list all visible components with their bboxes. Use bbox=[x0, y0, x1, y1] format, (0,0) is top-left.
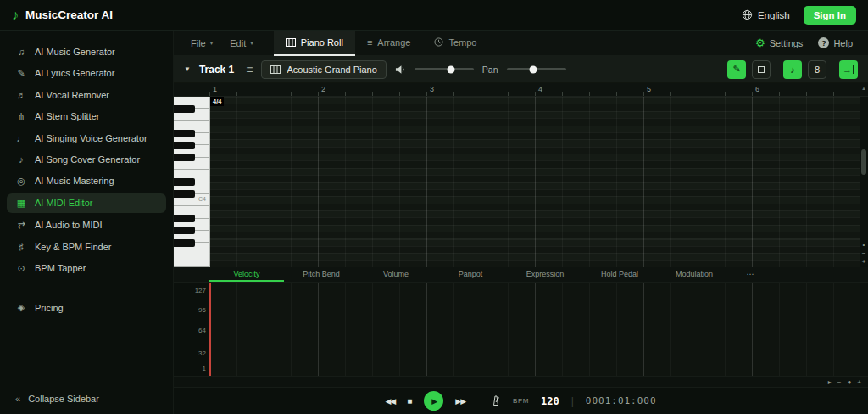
rewind-button[interactable]: ◀◀ bbox=[385, 397, 395, 406]
tab-pitch-bend[interactable]: Pitch Bend bbox=[284, 267, 359, 282]
pan-slider[interactable] bbox=[507, 68, 566, 70]
sidebar-item-ai-audio-to-midi[interactable]: ⇄ AI Audio to MIDI bbox=[7, 215, 166, 235]
bar-ruler[interactable]: 1 2 3 4 5 6 bbox=[209, 83, 860, 96]
piano-key-black[interactable] bbox=[174, 142, 195, 149]
bpm-value[interactable]: 120 bbox=[541, 395, 559, 407]
tab-piano-roll[interactable]: Piano Roll bbox=[274, 31, 355, 56]
editor-menubar: File ▾ Edit ▾ Piano Roll bbox=[174, 31, 868, 56]
track-list-icon[interactable]: ≡ bbox=[246, 63, 253, 76]
instrument-selector[interactable]: Acoustic Grand Piano bbox=[261, 60, 386, 79]
zoom-in-button[interactable]: + bbox=[862, 258, 866, 266]
forward-button[interactable]: ▶▶ bbox=[455, 397, 465, 406]
file-menu-label: File bbox=[191, 38, 206, 48]
zoom-dot-icon[interactable]: • bbox=[863, 241, 865, 249]
piano-key-black[interactable] bbox=[174, 239, 195, 247]
edit-menu[interactable]: Edit ▾ bbox=[221, 35, 261, 52]
sidebar-item-ai-music-generator[interactable]: ♫ AI Music Generator bbox=[7, 42, 166, 61]
sidebar-item-ai-vocal-remover[interactable]: ♬ AI Vocal Remover bbox=[7, 86, 166, 104]
vertical-zoom-controls: • − + bbox=[860, 241, 868, 266]
sidebar-item-bpm-tapper[interactable]: ⊙ BPM Tapper bbox=[7, 259, 166, 278]
sidebar-item-ai-singing-voice-generator[interactable]: ♩ AI Singing Voice Generator bbox=[7, 129, 166, 148]
piano-roll-row: C4 4/4 • − + bbox=[174, 97, 868, 267]
hzoom-out-button[interactable]: − bbox=[837, 378, 842, 386]
play-button[interactable]: ▶ bbox=[424, 391, 443, 411]
playhead-line bbox=[209, 97, 210, 267]
vertical-scrollbar[interactable]: • − + bbox=[860, 97, 868, 267]
transport-bar: ◀◀ ■ ▶ ▶▶ BPM 120 | 0001:01:000 bbox=[174, 387, 868, 414]
pan-label: Pan bbox=[482, 64, 498, 75]
sidebar-item-ai-lyrics-generator[interactable]: ✎ AI Lyrics Generator bbox=[7, 64, 166, 83]
piano-key-white[interactable] bbox=[174, 255, 209, 267]
scale-value: 32 bbox=[198, 350, 206, 357]
speaker-icon[interactable] bbox=[395, 64, 406, 75]
scroll-right-icon[interactable]: ▸ bbox=[828, 378, 832, 386]
stop-button[interactable]: ■ bbox=[407, 396, 412, 406]
track-name[interactable]: Track 1 bbox=[199, 64, 234, 76]
piano-key-black[interactable] bbox=[174, 154, 195, 161]
zoom-out-button[interactable]: − bbox=[862, 249, 866, 257]
piano-key-black[interactable] bbox=[174, 178, 195, 186]
pencil-tool-button[interactable]: ✎ bbox=[727, 60, 746, 79]
settings-button[interactable]: ⚙ Settings bbox=[755, 36, 803, 49]
piano-key-black[interactable] bbox=[174, 215, 195, 222]
piano-key-black[interactable] bbox=[174, 130, 195, 137]
piano-key-black[interactable] bbox=[174, 190, 195, 198]
sign-in-button[interactable]: Sign In bbox=[804, 6, 856, 25]
sidebar-item-ai-midi-editor[interactable]: ▦ AI MIDI Editor bbox=[7, 193, 166, 213]
tab-hold-pedal[interactable]: Hold Pedal bbox=[582, 267, 657, 282]
tab-modulation[interactable]: Modulation bbox=[657, 267, 732, 282]
tab-more[interactable]: ⋯ bbox=[732, 267, 769, 282]
sidebar-item-ai-song-cover-generator[interactable]: ♪ AI Song Cover Generator bbox=[7, 150, 166, 169]
tool-buttons: ✎ ♪ 8 → bbox=[727, 60, 858, 79]
play-icon: ▶ bbox=[431, 397, 437, 406]
collapse-sidebar-button[interactable]: « Collapse Sidebar bbox=[0, 383, 173, 414]
go-to-end-button[interactable]: → bbox=[839, 60, 858, 79]
triangle-up-icon: ▲ bbox=[861, 86, 866, 91]
piano-icon bbox=[270, 65, 281, 74]
help-icon: ? bbox=[818, 37, 829, 48]
track-expand-caret[interactable]: ▼ bbox=[184, 65, 191, 73]
velocity-edit-area[interactable] bbox=[209, 283, 860, 376]
select-tool-button[interactable] bbox=[752, 60, 771, 79]
globe-icon bbox=[742, 9, 753, 20]
hzoom-in-button[interactable]: + bbox=[857, 378, 861, 386]
sidebar-item-key-bpm-finder[interactable]: ♯ Key & BPM Finder bbox=[7, 238, 166, 256]
menubar-right: ⚙ Settings ? Help bbox=[755, 36, 860, 49]
brand-title: MusicCreator AI bbox=[25, 8, 113, 21]
tab-volume[interactable]: Volume bbox=[359, 267, 433, 282]
music-notes-icon: ♫ bbox=[15, 47, 27, 57]
tab-expression[interactable]: Expression bbox=[508, 267, 582, 282]
help-button[interactable]: ? Help bbox=[818, 37, 853, 48]
ruler-bar-number: 2 bbox=[321, 85, 326, 93]
grid-division-value[interactable]: 8 bbox=[808, 60, 826, 79]
metronome-icon bbox=[491, 395, 501, 406]
volume-slider[interactable] bbox=[415, 68, 474, 70]
pan-slider-thumb[interactable] bbox=[530, 65, 537, 73]
piano-key-black[interactable] bbox=[174, 227, 195, 234]
horizontal-scrollbar-row[interactable]: ▸ − ● + bbox=[174, 376, 868, 387]
tab-tempo[interactable]: Tempo bbox=[422, 31, 488, 56]
note-grid[interactable]: 4/4 bbox=[209, 97, 860, 267]
note-snap-button[interactable]: ♪ bbox=[783, 60, 802, 79]
scale-value: 1 bbox=[203, 365, 206, 372]
tab-panpot[interactable]: Panpot bbox=[433, 267, 508, 282]
ruler-bar-number: 6 bbox=[755, 85, 760, 93]
tab-label: Arrange bbox=[377, 37, 410, 48]
sidebar-item-pricing[interactable]: ◈ Pricing bbox=[7, 298, 166, 317]
sidebar-item-ai-music-mastering[interactable]: ◎ AI Music Mastering bbox=[7, 171, 166, 191]
volume-slider-thumb[interactable] bbox=[448, 65, 455, 73]
file-menu[interactable]: File ▾ bbox=[182, 35, 221, 52]
metronome-button[interactable] bbox=[491, 395, 501, 406]
tap-icon: ⊙ bbox=[15, 263, 27, 274]
sidebar-item-label: AI Stem Splitter bbox=[35, 111, 99, 121]
hzoom-dot-icon[interactable]: ● bbox=[847, 378, 851, 386]
tab-velocity[interactable]: Velocity bbox=[209, 267, 284, 282]
sidebar-item-ai-stem-splitter[interactable]: ⋔ AI Stem Splitter bbox=[7, 107, 166, 126]
sharp-icon: ♯ bbox=[15, 242, 27, 252]
scale-value: 64 bbox=[198, 327, 206, 334]
language-selector[interactable]: English bbox=[742, 9, 790, 20]
tab-arrange[interactable]: ≡ Arrange bbox=[355, 31, 423, 56]
piano-key-black[interactable] bbox=[174, 105, 195, 113]
vertical-scrollbar-thumb[interactable] bbox=[861, 149, 866, 175]
scroll-up-button[interactable]: ▲ bbox=[860, 83, 868, 96]
